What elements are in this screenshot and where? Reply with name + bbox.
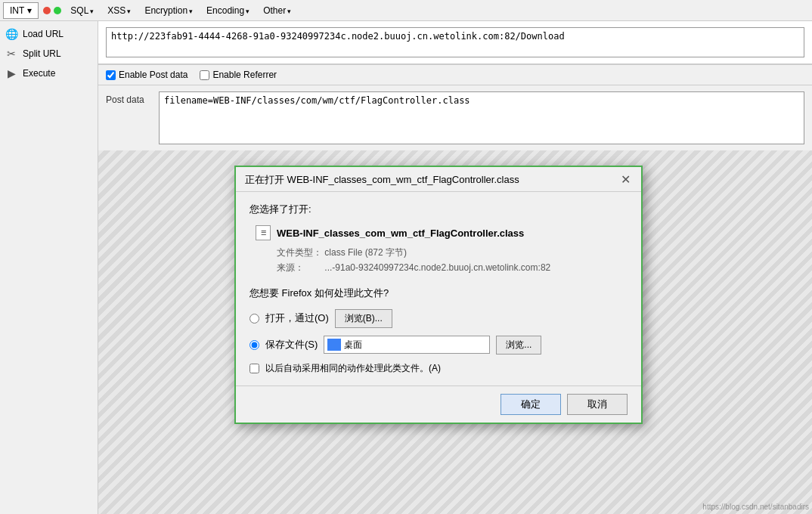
lower-area: 正在打开 WEB-INF_classes_com_wm_ctf_FlagCont… xyxy=(98,150,812,514)
auto-action-label[interactable]: 以后自动采用相同的动作处理此类文件。(A) xyxy=(265,362,441,375)
file-type-value: class File (872 字节) xyxy=(324,245,407,260)
dialog-filename-row: ☰ WEB-INF_classes_com_wm_ctf_FlagControl… xyxy=(256,225,628,240)
file-open-dialog: 正在打开 WEB-INF_classes_com_wm_ctf_FlagCont… xyxy=(234,166,643,424)
post-data-label: Post data xyxy=(106,91,151,105)
sidebar-item-execute-label: Execute xyxy=(23,68,55,79)
save-location-text: 桌面 xyxy=(344,339,362,351)
execute-icon: ▶ xyxy=(5,67,18,80)
save-option-row: 保存文件(S) 桌面 浏览... xyxy=(249,336,628,355)
chevron-down-icon: ▾ xyxy=(27,5,32,16)
options-row: Enable Post data Enable Referrer xyxy=(98,65,812,85)
enable-referrer-label: Enable Referrer xyxy=(212,70,277,80)
enable-post-data-label: Enable Post data xyxy=(119,70,188,80)
int-dropdown[interactable]: INT ▾ xyxy=(3,2,39,19)
browse-save-button[interactable]: 浏览... xyxy=(496,336,541,355)
save-option-label[interactable]: 保存文件(S) xyxy=(265,338,318,351)
url-section: http://223fab91-4444-4268-91a0-932409972… xyxy=(98,21,812,65)
source-label: 来源： xyxy=(277,260,322,275)
enable-post-data-checkbox-label[interactable]: Enable Post data xyxy=(106,70,188,80)
sidebar-item-execute[interactable]: ▶ Execute xyxy=(0,63,98,83)
xss-menu[interactable]: XSS xyxy=(103,4,135,17)
other-menu[interactable]: Other xyxy=(259,4,296,17)
ok-button[interactable]: 确定 xyxy=(501,394,561,415)
dialog-opening-label: 您选择了打开: xyxy=(249,203,628,216)
sql-menu[interactable]: SQL xyxy=(66,4,98,17)
dialog-footer: 确定 取消 xyxy=(236,386,641,423)
source-value: ...-91a0-93240997234c.node2.buuoj.cn.wet… xyxy=(324,260,550,275)
sidebar-item-split-url[interactable]: ✂ Split URL xyxy=(0,44,98,63)
encryption-menu[interactable]: Encryption xyxy=(140,4,197,17)
main-area: 🌐 Load URL ✂ Split URL ▶ Execute http://… xyxy=(0,21,812,514)
sidebar-item-split-url-label: Split URL xyxy=(23,48,61,59)
dialog-file-info: ☰ WEB-INF_classes_com_wm_ctf_FlagControl… xyxy=(249,225,628,276)
dialog-question: 您想要 Firefox 如何处理此文件? xyxy=(249,286,628,300)
dialog-close-button[interactable]: ✕ xyxy=(619,174,632,186)
split-url-icon: ✂ xyxy=(5,47,18,60)
file-icon: ☰ xyxy=(256,225,271,240)
watermark: https://blog.csdn.net/sitanbadirs xyxy=(702,503,809,511)
open-radio[interactable] xyxy=(249,314,259,324)
dialog-body: 您选择了打开: ☰ WEB-INF_classes_com_wm_ctf_Fla… xyxy=(236,192,641,386)
dialog-titlebar: 正在打开 WEB-INF_classes_com_wm_ctf_FlagCont… xyxy=(236,167,641,192)
auto-action-row: 以后自动采用相同的动作处理此类文件。(A) xyxy=(249,362,628,375)
red-light-icon xyxy=(43,7,51,14)
dialog-filename-text: WEB-INF_classes_com_wm_ctf_FlagControlle… xyxy=(277,228,524,239)
int-dropdown-label: INT xyxy=(10,5,24,16)
dialog-file-type-row: 文件类型： class File (872 字节) xyxy=(277,245,628,260)
enable-post-data-checkbox[interactable] xyxy=(106,70,116,80)
dialog-source-row: 来源： ...-91a0-93240997234c.node2.buuoj.cn… xyxy=(277,260,628,275)
browse-open-button[interactable]: 浏览(B)... xyxy=(335,309,392,328)
green-light-icon xyxy=(54,7,61,14)
enable-referrer-checkbox-label[interactable]: Enable Referrer xyxy=(200,70,277,80)
enable-referrer-checkbox[interactable] xyxy=(200,70,209,80)
file-type-label: 文件类型： xyxy=(277,245,322,260)
post-data-input[interactable]: filename=WEB-INF/classes/com/wm/ctf/Flag… xyxy=(159,91,804,144)
dialog-meta: 文件类型： class File (872 字节) 来源： ...-91a0-9… xyxy=(256,245,628,276)
save-location-box: 桌面 xyxy=(324,336,490,354)
sidebar-item-load-url[interactable]: 🌐 Load URL xyxy=(0,24,98,44)
save-radio[interactable] xyxy=(249,340,259,350)
traffic-lights xyxy=(43,7,61,14)
encoding-menu[interactable]: Encoding xyxy=(202,4,254,17)
toolbar: INT ▾ SQL XSS Encryption Encoding Other xyxy=(0,0,812,21)
open-option-label[interactable]: 打开，通过(O) xyxy=(265,311,329,325)
post-data-section: Post data filename=WEB-INF/classes/com/w… xyxy=(98,85,812,150)
cancel-button[interactable]: 取消 xyxy=(567,394,628,415)
sidebar: 🌐 Load URL ✂ Split URL ▶ Execute xyxy=(0,21,98,514)
load-url-icon: 🌐 xyxy=(5,27,18,41)
content-area: http://223fab91-4444-4268-91a0-932409972… xyxy=(98,21,812,514)
open-option-row: 打开，通过(O) 浏览(B)... xyxy=(249,309,628,328)
url-display: http://223fab91-4444-4268-91a0-932409972… xyxy=(106,27,804,57)
save-location-icon xyxy=(327,339,341,351)
file-icon-text: ☰ xyxy=(261,230,266,237)
dialog-title: 正在打开 WEB-INF_classes_com_wm_ctf_FlagCont… xyxy=(245,173,519,187)
auto-action-checkbox[interactable] xyxy=(249,364,259,373)
sidebar-item-load-url-label: Load URL xyxy=(23,29,64,39)
